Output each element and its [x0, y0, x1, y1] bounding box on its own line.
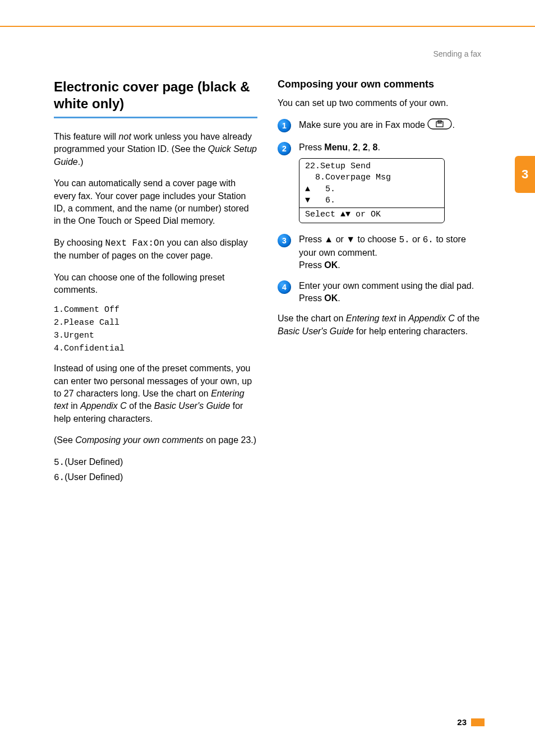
- key-ok: OK: [324, 293, 338, 303]
- user-defined-6: 6.(User Defined): [54, 471, 257, 484]
- para-footer-ref: Use the chart on Entering text in Append…: [278, 312, 481, 338]
- lcd-line: 22.Setup Send: [305, 161, 439, 172]
- code-5: 5.: [399, 235, 409, 245]
- text: Press: [299, 234, 324, 244]
- section-rule: [54, 117, 257, 118]
- text: (See: [54, 435, 75, 445]
- para-station-id: This feature will not work unless you ha…: [54, 131, 257, 168]
- key-8: 8: [373, 142, 378, 152]
- preset-item: 1.Comment Off: [54, 305, 257, 315]
- text: ,: [368, 142, 373, 152]
- para-see-composing: (See Composing your own comments on page…: [54, 434, 257, 446]
- text: or: [333, 234, 346, 244]
- para-choose-preset: You can choose one of the following pres…: [54, 271, 257, 297]
- code: 5.: [54, 458, 64, 468]
- step-number-badge: 3: [278, 234, 291, 247]
- text: .: [338, 260, 340, 270]
- text: in: [396, 314, 408, 323]
- subheading-composing: Composing your own comments: [278, 79, 481, 90]
- lcd-line: 8.Coverpage Msg: [305, 172, 439, 183]
- breadcrumb: Sending a fax: [433, 49, 481, 58]
- page-footer: 23: [457, 717, 485, 727]
- text: This feature will: [54, 132, 119, 141]
- text: in: [68, 401, 80, 411]
- basic-users-guide-ref: Basic User's Guide: [154, 401, 230, 411]
- para-next-fax: By choosing Next Fax:On you can also dis…: [54, 237, 257, 262]
- up-arrow-icon: ▲: [324, 234, 333, 244]
- page-number: 23: [457, 717, 467, 727]
- para-intro: You can set up two comments of your own.: [278, 97, 481, 109]
- user-defined-5: 5.(User Defined): [54, 456, 257, 469]
- code-6: 6.: [423, 235, 433, 245]
- emphasis-not: not: [119, 132, 131, 141]
- step-number-badge: 1: [278, 119, 291, 132]
- appendix-c-ref: Appendix C: [408, 314, 455, 323]
- text: Use the chart on: [278, 314, 346, 323]
- text: for help entering characters.: [354, 326, 468, 336]
- code-next-fax-on: Next Fax:On: [105, 238, 165, 248]
- text: Press: [299, 142, 324, 152]
- step-2: 2 Press Menu, 2, 2, 8. 22.Setup Send 8.C…: [278, 141, 481, 226]
- basic-users-guide-ref: Basic User's Guide: [278, 326, 354, 336]
- text: to choose: [355, 234, 399, 244]
- text: Press: [299, 260, 324, 270]
- text: Press: [299, 293, 324, 303]
- para-auto-cover: You can automatically send a cover page …: [54, 177, 257, 228]
- code: 6.: [54, 473, 64, 483]
- label: (User Defined): [64, 457, 123, 467]
- text: or: [410, 234, 423, 244]
- lcd-separator: [299, 208, 444, 208]
- step-body: Make sure you are in Fax mode .: [299, 118, 481, 133]
- text: Make sure you are in Fax mode: [299, 121, 427, 130]
- lcd-line: ▲ 5.: [305, 184, 439, 195]
- text: ,: [358, 142, 363, 152]
- step-4: 4 Enter your own comment using the dial …: [278, 280, 481, 305]
- text: .: [378, 142, 380, 152]
- key-2b: 2: [363, 142, 368, 152]
- key-ok: OK: [324, 260, 338, 270]
- step-body: Press ▲ or ▼ to choose 5. or 6. to store…: [299, 233, 481, 271]
- text: Enter your own comment using the dial pa…: [299, 281, 474, 291]
- step-number-badge: 4: [278, 280, 291, 294]
- text: of the: [127, 401, 154, 411]
- lcd-line: ▼ 6.: [305, 195, 439, 206]
- text: ,: [348, 142, 353, 152]
- composing-comments-ref: Composing your own comments: [75, 435, 204, 445]
- step-body: Enter your own comment using the dial pa…: [299, 280, 481, 305]
- step-3: 3 Press ▲ or ▼ to choose 5. or 6. to sto…: [278, 233, 481, 271]
- preset-item: 4.Confidential: [54, 344, 257, 353]
- step-number-badge: 2: [278, 142, 291, 155]
- label: (User Defined): [64, 472, 123, 482]
- content: Electronic cover page (black & white onl…: [54, 79, 481, 486]
- key-2a: 2: [353, 142, 358, 152]
- preset-item: 3.Urgent: [54, 331, 257, 340]
- text: .: [338, 293, 340, 303]
- footer-bar-icon: [471, 718, 485, 726]
- down-arrow-icon: ▼: [346, 234, 355, 244]
- key-menu: Menu: [324, 142, 348, 152]
- left-column: Electronic cover page (black & white onl…: [54, 79, 257, 486]
- text: .: [452, 121, 454, 130]
- lcd-display: 22.Setup Send 8.Coverpage Msg ▲ 5. ▼ 6. …: [299, 158, 445, 223]
- right-column: Composing your own comments You can set …: [278, 79, 481, 486]
- fax-mode-icon: [427, 118, 452, 133]
- step-body: Press Menu, 2, 2, 8. 22.Setup Send 8.Cov…: [299, 141, 481, 226]
- section-title: Electronic cover page (black & white onl…: [54, 79, 257, 112]
- para-personal-msgs: Instead of using one of the preset comme…: [54, 362, 257, 425]
- text: of the: [455, 314, 479, 323]
- appendix-c-ref: Appendix C: [80, 401, 127, 411]
- step-1: 1 Make sure you are in Fax mode .: [278, 118, 481, 133]
- top-rule: [0, 26, 535, 27]
- entering-text-ref: Entering text: [346, 314, 396, 323]
- preset-item: 2.Please Call: [54, 318, 257, 328]
- text: By choosing: [54, 238, 105, 247]
- text: .): [78, 157, 84, 167]
- chapter-tab: 3: [515, 156, 535, 193]
- preset-list: 1.Comment Off 2.Please Call 3.Urgent 4.C…: [54, 305, 257, 353]
- lcd-line: Select ▲▼ or OK: [305, 209, 439, 220]
- text: on page 23.): [204, 435, 256, 445]
